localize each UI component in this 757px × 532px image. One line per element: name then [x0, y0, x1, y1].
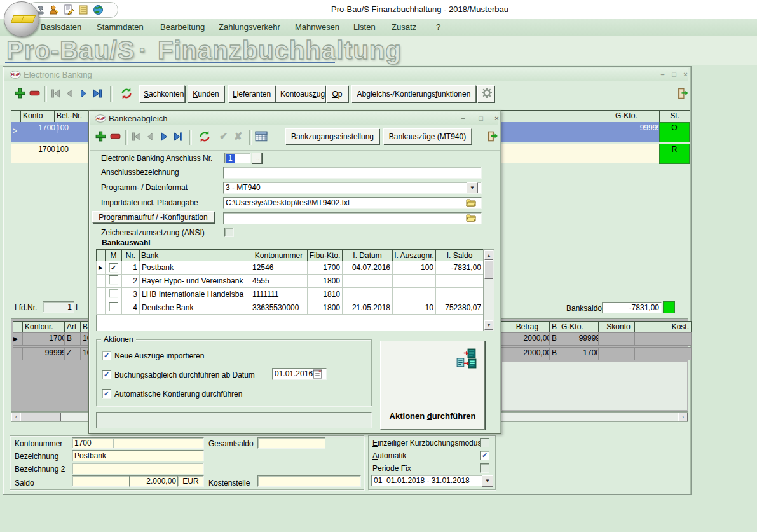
add-record-icon[interactable]	[95, 130, 107, 142]
header-m[interactable]: M	[106, 250, 122, 261]
folder-open-icon[interactable]	[466, 214, 476, 222]
lfdnr-field[interactable]: 1	[43, 301, 74, 313]
programmaufruf-field[interactable]	[223, 212, 482, 224]
sachkonten-button[interactable]: Sachkonten	[139, 85, 185, 102]
header-kontonummer[interactable]: Kontonummer	[250, 250, 308, 261]
zeichensatz-checkbox[interactable]	[224, 228, 234, 237]
menu-zusatz[interactable]: Zusatz	[392, 22, 416, 32]
header-datum[interactable]: I. Datum	[343, 250, 393, 261]
importdatei-field[interactable]: C:\Users\ys\Desktop\test\MT9402.txt	[223, 197, 482, 209]
automatik-checkbox[interactable]: ✓	[480, 451, 489, 460]
neue-auszuege-checkbox[interactable]: ✓	[102, 351, 111, 360]
gesamtsaldo-field[interactable]	[257, 437, 325, 449]
menu-hilfe[interactable]: ?	[436, 22, 440, 32]
scroll-down-icon[interactable]: ▼	[484, 320, 493, 330]
table-row[interactable]: 3 LHB Internationale Handelsba 1111111 1…	[97, 288, 484, 301]
menu-mahnwesen[interactable]: Mahnwesen	[295, 22, 339, 32]
last-record-icon[interactable]	[92, 88, 103, 99]
anschluss-nr-field[interactable]: 1	[224, 153, 251, 163]
format-dropdown-button[interactable]: ▼	[467, 182, 478, 193]
settings-gear-button[interactable]	[477, 85, 494, 102]
close-icon[interactable]: ×	[492, 114, 501, 123]
banksaldo-field[interactable]: -7831,00	[602, 302, 662, 313]
refresh-icon[interactable]	[120, 87, 133, 100]
grid-header-konto[interactable]: Konto	[20, 110, 58, 123]
table-row[interactable]: 2 Bayer Hypo- und Vereinsbank 4555 1800	[97, 275, 484, 288]
app-logo[interactable]	[4, 1, 39, 37]
header-fibu[interactable]: Fibu-Kto.	[308, 250, 343, 261]
header-kontonr[interactable]: Kontonr.	[22, 321, 69, 333]
format-select[interactable]: 3 - MT940	[223, 182, 482, 194]
document-edit-icon[interactable]	[64, 4, 74, 15]
scroll-left-icon[interactable]: ‹	[11, 413, 21, 421]
menu-basisdaten[interactable]: Basisdaten	[41, 22, 81, 32]
programmaufruf-button[interactable]: Programmaufruf / -Konfiguration	[92, 211, 214, 223]
m-checkbox[interactable]	[109, 302, 118, 311]
periode-select[interactable]: 01 01.01.2018 - 31.01.2018	[371, 475, 486, 486]
table-row[interactable]: 4 Deutsche Bank 33635530000 1800 21.05.2…	[97, 301, 484, 315]
scrollbar-thumb[interactable]	[20, 413, 61, 421]
minimize-icon[interactable]: –	[458, 114, 468, 123]
kostenstelle-field[interactable]	[257, 475, 361, 487]
menu-bearbeitung[interactable]: Bearbeitung	[160, 22, 205, 32]
maximize-icon[interactable]: □	[669, 71, 679, 79]
bankzugang-button[interactable]: Bankzugangseinstellung	[285, 128, 379, 144]
auto-kontierung-checkbox[interactable]: ✓	[102, 389, 111, 399]
anschlussbez-field[interactable]	[223, 167, 482, 179]
calculator-grid-icon[interactable]	[255, 131, 268, 142]
header-betrag[interactable]: Betrag	[501, 321, 554, 333]
header-bank[interactable]: Bank	[140, 250, 250, 261]
first-record-icon[interactable]	[131, 132, 142, 142]
browse-anschluss-button[interactable]: ..	[252, 153, 262, 163]
globe-icon[interactable]	[93, 4, 104, 15]
buchungsabgleich-checkbox[interactable]: ✓	[102, 370, 111, 379]
menu-stammdaten[interactable]: Stammdaten	[97, 22, 144, 32]
menu-zahlungsverkehr[interactable]: Zahlungsverkehr	[219, 22, 280, 32]
menu-listen[interactable]: Listen	[353, 22, 376, 32]
cancel-icon[interactable]: ✘	[234, 130, 242, 142]
user-edit-icon[interactable]	[49, 4, 60, 15]
calendar-icon[interactable]	[313, 369, 322, 379]
window-titlebar[interactable]: HuF Electronic Banking – □ ×	[4, 68, 688, 81]
minimize-icon[interactable]: –	[658, 71, 667, 79]
header-auszugnr[interactable]: I. Auszugnr.	[393, 250, 436, 261]
header-saldo[interactable]: I. Saldo	[436, 250, 484, 261]
header-nr[interactable]: Nr.	[122, 250, 140, 261]
next-record-icon[interactable]	[159, 132, 170, 142]
scrollbar-thumb[interactable]	[484, 260, 493, 279]
scroll-up-icon[interactable]: ▲	[484, 250, 493, 260]
kontonummer-field2[interactable]	[113, 437, 204, 449]
maximize-icon[interactable]: □	[476, 114, 486, 123]
next-record-icon[interactable]	[78, 88, 89, 99]
delete-record-icon[interactable]	[109, 133, 121, 140]
periode-dropdown-button[interactable]: ▼	[482, 475, 493, 487]
bezeichnung2-field[interactable]	[72, 463, 204, 474]
m-checkbox[interactable]	[109, 289, 118, 298]
first-record-icon[interactable]	[50, 88, 61, 99]
periode-fix-checkbox[interactable]	[480, 463, 489, 473]
dialog-titlebar[interactable]: HuF Bankenabgleich – □ ×	[90, 112, 498, 125]
grid-header-gkto[interactable]: G-Kto.	[613, 110, 664, 123]
bankauszuege-button[interactable]: Bankauszüge (MT940)	[383, 128, 472, 144]
scroll-right-icon[interactable]: ›	[678, 413, 688, 421]
bezeichnung-field[interactable]: Postbank	[72, 450, 204, 461]
exit-icon[interactable]	[676, 87, 688, 100]
header-kost[interactable]: Kost.	[634, 321, 692, 333]
kunden-button[interactable]: Kunden	[188, 85, 224, 102]
vertical-scrollbar[interactable]: ▲ ▼	[483, 249, 494, 331]
exit-icon[interactable]	[486, 130, 498, 142]
lieferanten-button[interactable]: Lieferanten	[228, 85, 275, 102]
aktionen-durchfuehren-button[interactable]: Aktionen durchführen	[380, 341, 485, 430]
kontoauszug-button[interactable]: Kontoauszug	[276, 85, 325, 102]
table-row[interactable]: ▶ ✓ 1 Postbank 12546 1700 04.07.2016 100…	[97, 261, 484, 275]
saldo-field[interactable]	[72, 475, 130, 487]
refresh-icon[interactable]	[198, 130, 211, 143]
kontonummer-field[interactable]: 1700	[72, 437, 114, 449]
add-record-icon[interactable]	[14, 87, 26, 99]
notepad-icon[interactable]	[78, 4, 89, 15]
folder-open-icon[interactable]	[466, 198, 476, 207]
grid-header-st[interactable]: St.	[659, 110, 690, 123]
previous-record-icon[interactable]	[64, 88, 75, 99]
last-record-icon[interactable]	[173, 132, 184, 142]
m-checkbox[interactable]: ✓	[109, 263, 118, 273]
